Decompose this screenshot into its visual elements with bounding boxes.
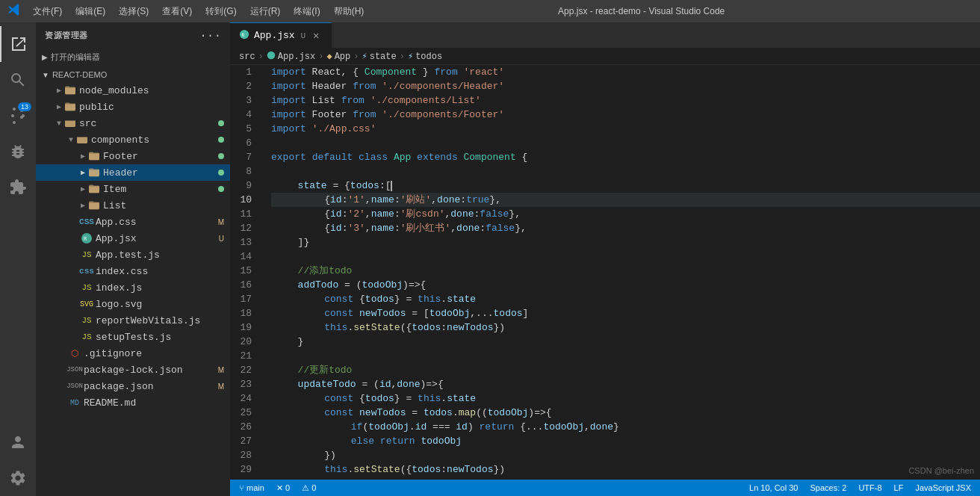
file-item-app-css[interactable]: CSS App.css M — [36, 214, 230, 230]
file-item-index-js[interactable]: JS index.js — [36, 279, 230, 296]
folder-icon — [88, 199, 100, 211]
menu-bar: 文件(F) 编辑(E) 选择(S) 查看(V) 转到(G) 运行(R) 终端(I… — [27, 5, 370, 18]
file-name: components — [91, 134, 218, 146]
json-file-icon: JSON — [69, 380, 81, 392]
file-name: package-lock.json — [84, 365, 218, 376]
code-line: }) — [271, 448, 980, 462]
tab-app-jsx[interactable]: R App.jsx U ✕ — [230, 22, 332, 48]
code-line: {id:'3',name:'刷小红书',done:false}, — [271, 221, 980, 235]
code-line: this.setState({todos:newTodos}) — [271, 320, 980, 335]
code-line: ]} — [271, 235, 980, 249]
file-name: Item — [103, 184, 218, 195]
file-item-index-css[interactable]: css index.css — [36, 263, 230, 279]
modified-indicator — [218, 153, 224, 159]
file-name: List — [103, 200, 230, 211]
sidebar: 资源管理器 ··· ▶ 打开的编辑器 ▼ REACT-DEMO ▶ node_ — [36, 22, 230, 496]
file-name: index.css — [96, 266, 230, 277]
menu-select[interactable]: 选择(S) — [113, 5, 155, 18]
code-editor[interactable]: 1 2 3 4 5 6 7 8 9 10 11 12 13 14 15 16 1… — [230, 65, 980, 480]
encoding[interactable]: UTF-8 — [855, 483, 884, 492]
file-item-report-web-vitals[interactable]: JS reportWebVitals.js — [36, 312, 230, 329]
activity-source-control[interactable]: 13 — [0, 98, 36, 134]
code-line: import List from './components/List' — [271, 93, 980, 108]
sidebar-title: 资源管理器 — [45, 30, 88, 41]
menu-run[interactable]: 运行(R) — [244, 5, 287, 18]
status-right: Ln 10, Col 30 Spaces: 2 UTF-8 LF JavaScr… — [746, 483, 974, 492]
file-item-list[interactable]: ▶ List — [36, 197, 230, 214]
sidebar-content: ▶ 打开的编辑器 ▼ REACT-DEMO ▶ node_modules ▶ — [36, 49, 230, 496]
warning-count[interactable]: ⚠ 0 — [299, 483, 319, 493]
activity-explorer[interactable] — [0, 26, 36, 62]
breadcrumb-separator: › — [400, 52, 405, 62]
code-line — [271, 136, 980, 150]
file-item-node-modules[interactable]: ▶ node_modules — [36, 82, 230, 99]
breadcrumb-app-jsx[interactable]: App.jsx — [267, 51, 315, 63]
menu-edit[interactable]: 编辑(E) — [69, 5, 111, 18]
file-name: Header — [103, 167, 218, 179]
indentation[interactable]: Spaces: 2 — [807, 483, 849, 492]
file-item-setup-tests[interactable]: JS setupTests.js — [36, 329, 230, 345]
json-file-icon: JSON — [69, 364, 81, 376]
activity-accounts[interactable] — [0, 424, 36, 460]
file-item-readme[interactable]: MD README.md — [36, 394, 230, 411]
file-item-footer[interactable]: ▶ Footer — [36, 148, 230, 164]
file-item-header[interactable]: ▶ Header — [36, 164, 230, 181]
modified-indicator — [218, 186, 224, 192]
chevron-right-icon: ▶ — [81, 168, 85, 177]
code-line: state = {todos:[ — [271, 179, 980, 193]
vscode-logo-icon — [7, 3, 21, 20]
title-bar: 文件(F) 编辑(E) 选择(S) 查看(V) 转到(G) 运行(R) 终端(I… — [0, 0, 980, 22]
line-ending[interactable]: LF — [891, 483, 907, 492]
css-file-icon: css — [81, 265, 93, 277]
breadcrumb-src[interactable]: src — [239, 52, 255, 62]
js-file-icon: JS — [81, 314, 93, 326]
file-item-components[interactable]: ▼ components — [36, 131, 230, 148]
chevron-down-icon: ▼ — [57, 120, 61, 128]
file-item-package-json[interactable]: JSON package.json M — [36, 378, 230, 394]
breadcrumb-todos[interactable]: ⚡ todos — [408, 51, 442, 62]
file-item-gitignore[interactable]: ⬡ .gitignore — [36, 345, 230, 362]
error-count[interactable]: ✕ 0 — [273, 483, 293, 493]
activity-settings[interactable] — [0, 460, 36, 496]
activity-search[interactable] — [0, 62, 36, 98]
file-item-public[interactable]: ▶ public — [36, 99, 230, 115]
cursor-position[interactable]: Ln 10, Col 30 — [746, 483, 801, 492]
git-branch-indicator[interactable]: ⑂ main — [236, 483, 267, 492]
code-line: const {todos} = this.state — [271, 292, 980, 306]
md-file-icon: MD — [69, 397, 81, 409]
menu-goto[interactable]: 转到(G) — [199, 5, 242, 18]
menu-help[interactable]: 帮助(H) — [328, 5, 370, 18]
tab-close-button[interactable]: ✕ — [310, 30, 322, 42]
file-item-logo-svg[interactable]: SVG logo.svg — [36, 296, 230, 312]
open-editors-header[interactable]: ▶ 打开的编辑器 — [36, 49, 230, 66]
line-number-active: 10 — [230, 193, 258, 207]
line-number: 6 — [230, 136, 258, 150]
activity-extensions[interactable] — [0, 170, 36, 205]
code-line: updateTodo = (id,done)=>{ — [271, 377, 980, 391]
watermark: CSDN @bei-zhen — [908, 466, 974, 475]
file-item-package-lock[interactable]: JSON package-lock.json M — [36, 362, 230, 378]
file-item-app-test[interactable]: JS App.test.js — [36, 247, 230, 263]
menu-file[interactable]: 文件(F) — [27, 5, 68, 18]
file-item-item[interactable]: ▶ Item — [36, 181, 230, 197]
code-content[interactable]: import React, { Component } from 'react'… — [264, 65, 980, 480]
language-mode[interactable]: JavaScript JSX — [912, 483, 974, 492]
state-breadcrumb-icon: ⚡ — [362, 51, 367, 62]
activity-debug[interactable] — [0, 134, 36, 170]
jsx-breadcrumb-icon — [267, 51, 276, 63]
sidebar-more-button[interactable]: ··· — [199, 29, 221, 43]
line-number: 20 — [230, 335, 258, 349]
menu-terminal[interactable]: 终端(I) — [288, 5, 326, 18]
todos-breadcrumb-icon: ⚡ — [408, 51, 413, 62]
breadcrumb-state[interactable]: ⚡ state — [362, 51, 396, 62]
breadcrumb-app-class[interactable]: ◆ App — [326, 51, 350, 62]
line-number: 18 — [230, 306, 258, 320]
menu-view[interactable]: 查看(V) — [156, 5, 198, 18]
breadcrumb-label: state — [370, 52, 397, 62]
file-name: reportWebVitals.js — [96, 315, 230, 326]
file-item-src[interactable]: ▼ src — [36, 115, 230, 131]
project-header[interactable]: ▼ REACT-DEMO — [36, 67, 230, 82]
folder-icon — [88, 167, 100, 179]
activity-bar: 13 — [0, 22, 36, 496]
file-item-app-jsx[interactable]: R App.jsx U — [36, 230, 230, 247]
